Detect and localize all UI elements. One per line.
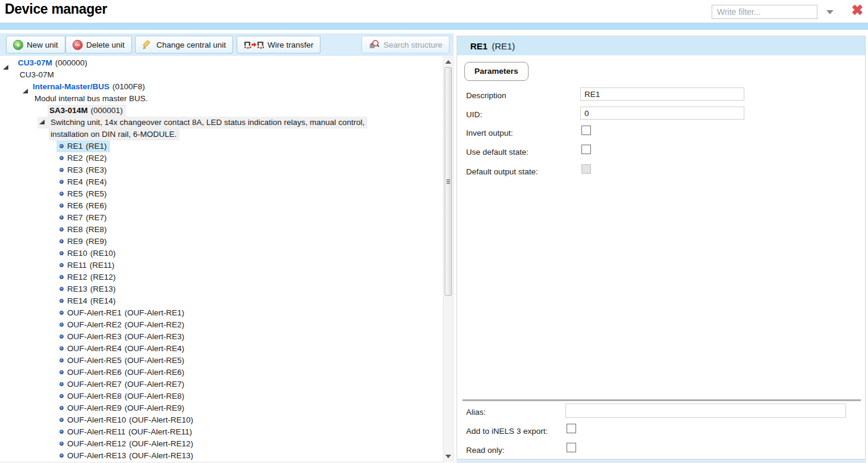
tree-node-label: OUF-Alert-RE11 <box>67 427 125 436</box>
tree-node[interactable]: RE14(RE14) <box>0 295 442 307</box>
tree-node[interactable]: OUF-Alert-RE11(OUF-Alert-RE11) <box>0 426 442 438</box>
tree-node-label: Switching unit, 14x changeover contact 8… <box>51 118 364 127</box>
tree-node-address: (OUF-Alert-RE4) <box>125 344 185 353</box>
pencil-icon <box>142 39 153 50</box>
tree-node[interactable]: RE2(RE2) <box>0 152 442 164</box>
add-to-inels3-export-checkbox[interactable] <box>567 424 576 433</box>
tree-node-address: (RE12) <box>90 273 116 281</box>
details-header: RE1 (RE1) <box>457 36 865 55</box>
page-title: Device manager <box>5 1 107 17</box>
tree-node-label: OUF-Alert-RE13 <box>67 451 126 460</box>
tree-node[interactable]: Internal-Master/BUS(0100F8) <box>0 81 442 93</box>
search-structure-label: Search structure <box>383 40 442 49</box>
change-central-unit-label: Change central unit <box>156 40 226 49</box>
expander-icon[interactable] <box>39 120 45 124</box>
invert-output-label: Invert output: <box>466 129 513 137</box>
invert-output-checkbox[interactable] <box>581 126 591 135</box>
device-bullet-icon <box>59 323 64 327</box>
device-bullet-icon <box>59 263 64 267</box>
tree-node-label: OUF-Alert-RE7 <box>67 380 122 389</box>
filter-input[interactable] <box>712 5 817 19</box>
tree-node[interactable]: RE3(RE3) <box>0 164 442 176</box>
tree-node-address: (RE14) <box>90 296 116 305</box>
tree-node[interactable]: RE7(RE7) <box>0 212 442 224</box>
tree-node[interactable]: OUF-Alert-RE2(OUF-Alert-RE2) <box>0 319 442 331</box>
new-unit-label: New unit <box>27 40 58 49</box>
delete-unit-button[interactable]: − Delete unit <box>65 36 132 54</box>
tree-node-description[interactable]: CU3-07M <box>0 69 442 81</box>
tree-node[interactable]: CU3-07M(000000) <box>0 57 442 69</box>
tree-node-description[interactable]: Modul internal bus master BUS. <box>0 93 442 105</box>
scrollbar-down-icon[interactable] <box>445 455 451 458</box>
tree-node[interactable]: OUF-Alert-RE5(OUF-Alert-RE5) <box>0 355 442 367</box>
tree-node[interactable]: RE9(RE9) <box>0 236 442 248</box>
search-structure-button: Search structure <box>361 36 449 54</box>
tree-node[interactable]: OUF-Alert-RE9(OUF-Alert-RE9) <box>0 402 442 414</box>
tree-node-description[interactable]: installation on DIN rail, 6-MODULE. <box>0 129 442 140</box>
tree-node-label: Internal-Master/BUS <box>33 82 109 91</box>
scrollbar-up-icon[interactable] <box>445 60 451 64</box>
read-only-checkbox[interactable] <box>567 443 576 452</box>
tree-node[interactable]: RE5(RE5) <box>0 188 442 200</box>
search-icon <box>369 39 380 50</box>
uid-field[interactable] <box>580 107 744 120</box>
tree-node[interactable]: OUF-Alert-RE6(OUF-Alert-RE6) <box>0 367 442 378</box>
tree-node[interactable]: OUF-Alert-RE13(OUF-Alert-RE13) <box>0 450 442 462</box>
read-only-label: Read only: <box>466 446 505 455</box>
wire-transfer-button[interactable]: Wire transfer <box>237 36 320 54</box>
tree-node-description[interactable]: Switching unit, 14x changeover contact 8… <box>0 117 442 129</box>
tree-node-address: (RE13) <box>90 284 116 293</box>
tree-node[interactable]: OUF-Alert-RE7(OUF-Alert-RE7) <box>0 378 442 390</box>
tree-node-address: (000001) <box>91 106 123 115</box>
tree-node[interactable]: OUF-Alert-RE12(OUF-Alert-RE12) <box>0 438 442 450</box>
tree-node-address: (OUF-Alert-RE6) <box>125 368 185 377</box>
tree-node-address: (OUF-Alert-RE7) <box>125 380 185 389</box>
tree-node[interactable]: RE4(RE4) <box>0 176 442 188</box>
tree-node-label: RE12 <box>67 273 87 281</box>
use-default-state-checkbox[interactable] <box>581 145 591 154</box>
tree-node-address: (RE2) <box>86 154 106 162</box>
tree-scrollbar-track[interactable] <box>443 56 454 462</box>
device-bullet-icon <box>59 275 64 279</box>
tree-node[interactable]: OUF-Alert-RE3(OUF-Alert-RE3) <box>0 331 442 343</box>
expander-icon[interactable] <box>3 65 8 70</box>
panel-bottom-strip <box>457 459 866 463</box>
use-default-state-label: Use default state: <box>466 148 529 157</box>
device-bullet-icon <box>59 251 64 255</box>
change-central-unit-button[interactable]: Change central unit <box>135 36 233 54</box>
tree-node[interactable]: RE1(RE1) <box>0 140 442 152</box>
tree-node[interactable]: RE6(RE6) <box>0 200 442 212</box>
new-unit-button[interactable]: + New unit <box>6 36 65 54</box>
tree-node-address: (OUF-Alert-RE5) <box>125 356 185 365</box>
scrollbar-thumb[interactable] <box>445 67 452 296</box>
filter-dropdown-arrow-icon[interactable] <box>826 10 834 14</box>
tree-node[interactable]: SA3-014M(000001) <box>0 105 442 117</box>
device-bullet-icon <box>59 430 64 434</box>
tree-node-address: (RE11) <box>90 261 115 270</box>
tree-node[interactable]: RE12(RE12) <box>0 271 442 283</box>
minus-icon: − <box>73 40 83 50</box>
tree-node-label: RE8 <box>67 225 83 234</box>
tree-node-label: OUF-Alert-RE3 <box>67 332 122 341</box>
tree-node[interactable]: RE13(RE13) <box>0 283 442 295</box>
tree-node[interactable]: RE8(RE8) <box>0 224 442 236</box>
expander-icon[interactable] <box>23 89 28 93</box>
close-button[interactable]: ✖ <box>851 2 863 18</box>
tree-node-address: (RE3) <box>86 165 106 174</box>
description-field[interactable] <box>580 87 744 101</box>
device-bullet-icon <box>59 418 64 422</box>
device-bullet-icon <box>59 168 64 172</box>
selected-device-suffix: (RE1) <box>492 41 515 51</box>
tree-node[interactable]: RE11(RE11) <box>0 259 442 271</box>
tree-node-label: OUF-Alert-RE1 <box>67 308 122 317</box>
alias-field[interactable] <box>565 403 846 418</box>
tree-node[interactable]: RE10(RE10) <box>0 248 442 259</box>
device-bullet-icon <box>59 180 64 184</box>
tree-node-address: (RE9) <box>86 237 106 246</box>
tree-node[interactable]: OUF-Alert-RE10(OUF-Alert-RE10) <box>0 414 442 426</box>
device-bullet-icon <box>59 299 64 303</box>
tree-node[interactable]: OUF-Alert-RE4(OUF-Alert-RE4) <box>0 343 442 355</box>
tree-node[interactable]: OUF-Alert-RE1(OUF-Alert-RE1) <box>0 307 442 319</box>
tab-parameters[interactable]: Parameters <box>464 62 529 81</box>
tree-node[interactable]: OUF-Alert-RE8(OUF-Alert-RE8) <box>0 390 442 402</box>
